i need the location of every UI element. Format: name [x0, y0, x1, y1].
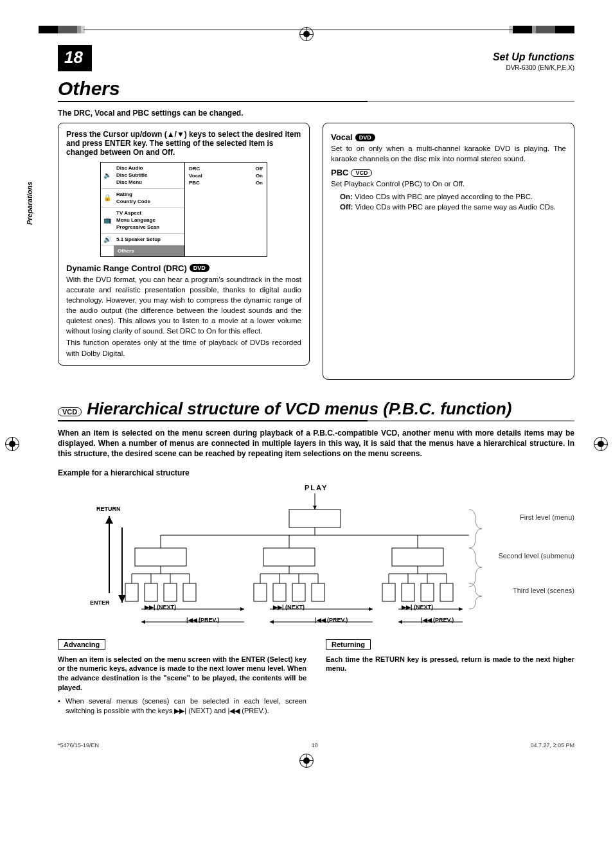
svg-rect-32 [164, 583, 177, 601]
right-settings-box: Vocal DVD Set to on only when a multi-ch… [323, 123, 574, 380]
drc-heading: Dynamic Range Control (DRC) [66, 263, 187, 273]
osd-key: Vocal [189, 173, 202, 179]
footer-right: 04.7.27, 2:05 PM [530, 742, 574, 748]
page-number-badge: 18 [58, 45, 92, 71]
vcd-badge: VCD [58, 407, 82, 416]
osd-item: Disc Audio [116, 164, 182, 172]
svg-rect-33 [183, 583, 196, 601]
pbc-on-text: Video CDs with PBC are played according … [353, 193, 533, 200]
svg-rect-11 [392, 548, 443, 566]
registration-mark-left [5, 437, 19, 451]
example-label: Example for a hierarchical structure [58, 468, 574, 477]
prev-label: |◀◀ (PREV.) [315, 617, 348, 623]
pbc-off-label: Off: [340, 203, 353, 211]
dvd-badge: DVD [355, 134, 375, 141]
returning-text: Each time the RETURN key is pressed, ret… [326, 655, 574, 674]
model-code: DVR-6300 (EN/K,P,E,X) [493, 64, 574, 71]
pbc-off-text: Video CDs with PBC are played the same w… [353, 203, 556, 211]
hierarchy-diagram: PLAY First level (menu) Second level (su… [58, 484, 574, 632]
osd-key: DRC [189, 166, 200, 172]
osd-item-selected: Others [114, 245, 184, 256]
svg-rect-38 [382, 583, 395, 601]
drc-body-1: With the DVD format, you can hear a prog… [66, 274, 301, 337]
advancing-label: Advancing [58, 639, 105, 650]
pbc-body: Set Playback Control (PBC) to On or Off. [331, 179, 566, 189]
footer-left: *5476/15-19/EN [58, 742, 99, 748]
svg-rect-41 [440, 583, 453, 601]
dvd-badge: DVD [190, 264, 209, 272]
osd-key: PBC [189, 180, 200, 186]
svg-rect-1 [289, 509, 341, 527]
heading-underline [58, 101, 574, 102]
section-name: Set Up functions [493, 51, 574, 63]
osd-menu: 🔉Disc AudioDisc SubtitleDisc Menu 🔒Ratin… [100, 162, 267, 257]
heading-underline [58, 420, 574, 421]
next-label: ▶▶| (NEXT) [273, 604, 305, 610]
left-settings-box: Press the Cursor up/down (▲/▼) keys to s… [58, 123, 310, 366]
osd-item: Rating [116, 191, 182, 198]
crop-line-top [84, 30, 529, 30]
svg-rect-36 [292, 583, 305, 601]
cursor-instruction: Press the Cursor up/down (▲/▼) keys to s… [66, 130, 301, 157]
level3-label: Third level (scenes) [513, 587, 574, 594]
osd-item: Disc Subtitle [116, 172, 182, 179]
hierarchical-heading: Hierarchical structure of VCD menus (P.B… [87, 399, 511, 419]
pbc-heading: PBC [331, 168, 348, 177]
pbc-on-label: On: [340, 193, 353, 200]
osd-item: Disc Menu [116, 179, 182, 186]
osd-val: On [256, 180, 263, 186]
returning-label: Returning [326, 639, 371, 650]
crop-bar-left [39, 26, 85, 33]
osd-item: TV Aspect [116, 209, 182, 217]
osd-item: Progressive Scan [116, 224, 182, 231]
svg-rect-9 [135, 548, 186, 566]
svg-rect-31 [145, 583, 157, 601]
lock-icon: 🔒 [101, 193, 114, 202]
blank-icon [101, 249, 114, 252]
return-label: RETURN [96, 506, 121, 512]
advancing-text: When an item is selected on the menu scr… [58, 655, 306, 693]
speaker-setup-icon: 🔊 [101, 235, 114, 244]
next-label: ▶▶| (NEXT) [402, 604, 433, 610]
osd-item: Menu Language [116, 217, 182, 224]
registration-mark-right [594, 437, 608, 451]
vocal-body: Set to on only when a multi-channel kara… [331, 143, 566, 164]
registration-mark-bottom [299, 754, 314, 768]
vocal-heading: Vocal [331, 132, 353, 142]
vcd-badge: VCD [351, 169, 372, 177]
osd-val: Off [255, 166, 263, 172]
diagram-svg [58, 484, 574, 632]
speaker-icon: 🔉 [101, 170, 114, 180]
others-intro: The DRC, Vocal and PBC settings can be c… [58, 109, 574, 118]
svg-rect-40 [421, 583, 434, 601]
osd-val: On [256, 173, 263, 179]
drc-body-2: This function operates only at the time … [66, 337, 301, 358]
svg-rect-34 [254, 583, 267, 601]
prev-label: |◀◀ (PREV.) [421, 617, 454, 623]
hierarchical-intro: When an item is selected on the menu scr… [58, 428, 574, 459]
level1-label: First level (menu) [520, 513, 574, 521]
enter-label: ENTER [90, 599, 110, 606]
svg-rect-37 [312, 583, 324, 601]
osd-item: 5.1 Speaker Setup [116, 236, 182, 243]
svg-rect-10 [263, 548, 315, 566]
side-tab-preparations: Preparations [26, 182, 33, 225]
footer-center: 18 [312, 742, 318, 748]
next-label: ▶▶| (NEXT) [145, 604, 176, 610]
osd-item: Country Code [116, 198, 182, 205]
svg-rect-30 [125, 583, 138, 601]
svg-rect-39 [402, 583, 414, 601]
advancing-bullet: When several menus (scenes) can be selec… [58, 696, 306, 716]
svg-rect-35 [273, 583, 286, 601]
tv-icon: 📺 [101, 215, 114, 225]
play-label: PLAY [305, 484, 328, 492]
others-heading: Others [58, 78, 574, 100]
level2-label: Second level (submenu) [498, 552, 574, 560]
prev-label: |◀◀ (PREV.) [186, 617, 219, 623]
